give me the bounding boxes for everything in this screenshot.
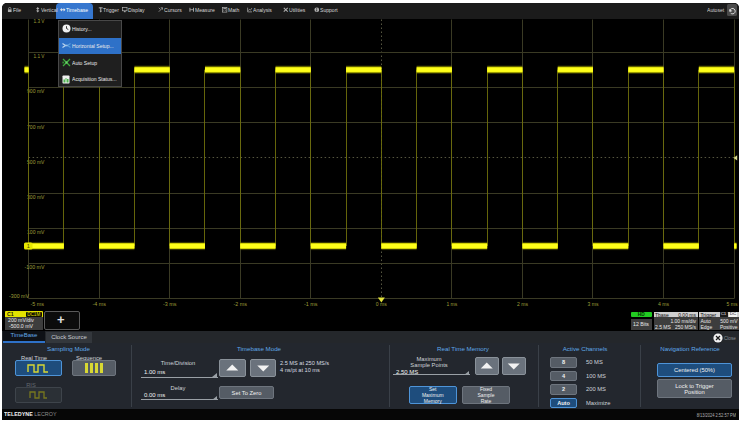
svg-text:3 ms: 3 ms	[588, 300, 599, 307]
svg-text:-300 mV: -300 mV	[9, 292, 30, 299]
svg-text:-2 ms: -2 ms	[234, 300, 248, 307]
svg-text:-5 ms: -5 ms	[31, 300, 45, 307]
svg-text:900 mV: 900 mV	[27, 87, 45, 94]
svg-text:-3 ms: -3 ms	[163, 300, 177, 307]
svg-text:1.1 V: 1.1 V	[34, 52, 46, 59]
svg-text:4 ms: 4 ms	[658, 300, 669, 307]
svg-text:-1 ms: -1 ms	[304, 300, 318, 307]
svg-text:-4 ms: -4 ms	[92, 300, 106, 307]
svg-text:1 ms: 1 ms	[446, 300, 457, 307]
svg-text:-100 mV: -100 mV	[25, 263, 46, 270]
svg-text:500 mV: 500 mV	[27, 158, 45, 165]
svg-text:1.3 V: 1.3 V	[34, 17, 46, 24]
svg-text:2 ms: 2 ms	[517, 300, 528, 307]
svg-text:300 mV: 300 mV	[27, 193, 45, 200]
svg-text:5 ms: 5 ms	[727, 300, 738, 307]
svg-text:700 mV: 700 mV	[27, 123, 45, 130]
svg-text:100 mV: 100 mV	[27, 228, 45, 235]
svg-text:1: 1	[27, 243, 30, 249]
